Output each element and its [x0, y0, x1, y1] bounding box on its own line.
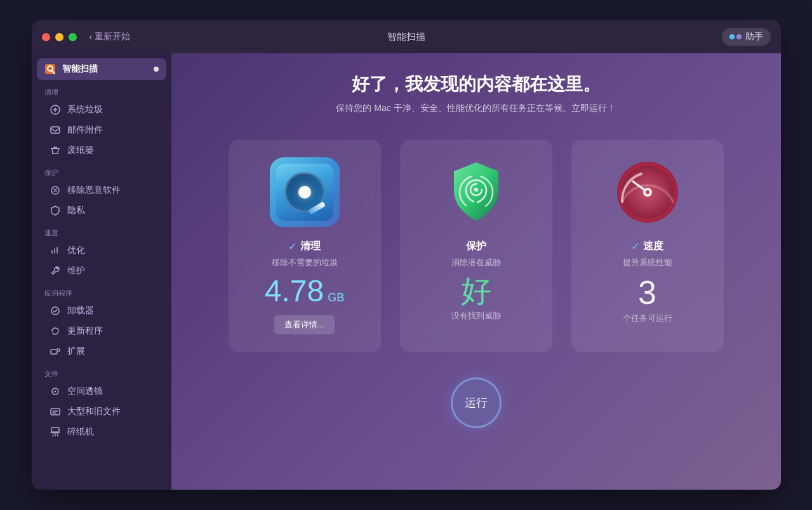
sidebar: 智能扫描 清理 系统垃圾: [32, 53, 171, 490]
sidebar-label: 优化: [67, 245, 85, 256]
protect-subtitle: 消除潜在威胁: [451, 257, 501, 268]
back-button[interactable]: ‹ 重新开始: [90, 31, 131, 43]
trash-icon: [50, 104, 61, 115]
sidebar-label: 更新程序: [67, 325, 103, 337]
sidebar-label: 隐私: [67, 205, 85, 216]
run-label: 运行: [465, 395, 488, 410]
card-clean: ✓ 清理 移除不需要的垃圾 4.78 GB 查看详情...: [229, 140, 381, 352]
sidebar-item-updater[interactable]: 更新程序: [37, 321, 166, 341]
card-protect: 保护 消除潜在威胁 好 没有找到威胁: [400, 140, 552, 352]
minimize-button[interactable]: [55, 33, 63, 41]
protect-value: 好: [461, 276, 491, 306]
clean-title-row: ✓ 清理: [288, 240, 321, 253]
titlebar: ‹ 重新开始 智能扫描 助手: [32, 20, 781, 53]
sidebar-item-malware[interactable]: 移除恶意软件: [37, 180, 166, 200]
sidebar-label: 系统垃圾: [67, 104, 103, 115]
clean-detail-button[interactable]: 查看详情...: [274, 315, 335, 334]
privacy-icon: [50, 205, 61, 216]
dot-blue: [729, 34, 735, 39]
svg-line-18: [53, 433, 53, 436]
sidebar-item-mail-attachments[interactable]: 邮件附件: [37, 120, 166, 140]
sidebar-item-privacy[interactable]: 隐私: [37, 200, 166, 221]
sidebar-label: 扩展: [67, 346, 85, 357]
sidebar-item-maintenance[interactable]: 维护: [37, 261, 166, 281]
sidebar-active-label: 智能扫描: [62, 63, 98, 75]
disk-inner: [298, 186, 311, 199]
clean-subtitle: 移除不需要的垃圾: [272, 257, 338, 268]
active-indicator: [154, 67, 159, 72]
sidebar-label: 卸载器: [67, 305, 94, 317]
disk-icon: [276, 164, 333, 221]
assistant-label: 助手: [745, 31, 763, 43]
content-area: 智能扫描 清理 系统垃圾: [32, 53, 781, 490]
speed-check-icon: ✓: [631, 240, 639, 252]
sidebar-label: 碎纸机: [67, 426, 94, 438]
optimize-icon: [50, 245, 61, 256]
update-icon: [50, 325, 61, 337]
clean-check-icon: ✓: [288, 240, 296, 252]
sidebar-item-space-lens[interactable]: 空间透镜: [37, 381, 166, 402]
speed-icon-wrap: [613, 157, 682, 227]
sidebar-item-smart-scan[interactable]: 智能扫描: [37, 58, 166, 80]
gauge-svg: [613, 157, 682, 227]
svg-point-22: [474, 188, 478, 192]
main-heading: 好了，我发现的内容都在这里。: [352, 72, 601, 96]
svg-point-13: [54, 391, 56, 393]
malware-icon: [50, 185, 61, 196]
sidebar-item-uninstaller[interactable]: 卸载器: [37, 301, 166, 321]
sidebar-item-system-junk[interactable]: 系统垃圾: [37, 100, 166, 120]
bin-icon: [50, 145, 61, 156]
clean-title: 清理: [300, 240, 321, 253]
shredder-icon: [50, 426, 61, 438]
section-label-speed: 速度: [32, 221, 171, 240]
section-label-files: 文件: [32, 362, 171, 381]
svg-rect-17: [51, 428, 59, 432]
sidebar-label: 移除恶意软件: [67, 185, 121, 196]
protect-title: 保护: [466, 240, 486, 253]
speed-desc: 个任务可运行: [623, 313, 672, 324]
svg-point-27: [646, 190, 649, 194]
sidebar-item-large-files[interactable]: 大型和旧文件: [37, 402, 166, 422]
largefiles-icon: [50, 406, 61, 417]
protect-desc: 没有找到威胁: [451, 310, 501, 322]
spacelens-icon: [50, 386, 61, 397]
sidebar-item-trash[interactable]: 废纸篓: [37, 140, 166, 160]
extensions-icon: [50, 346, 61, 357]
uninstall-icon: [50, 305, 61, 317]
assistant-button[interactable]: 助手: [722, 28, 771, 46]
svg-rect-14: [51, 409, 60, 415]
speed-title-row: ✓ 速度: [631, 240, 663, 253]
protect-icon-wrap: [441, 157, 511, 227]
speed-subtitle: 提升系统性能: [623, 257, 672, 268]
sidebar-item-shredder[interactable]: 碎纸机: [37, 422, 166, 442]
maximize-button[interactable]: [69, 33, 77, 41]
mail-icon: [50, 124, 61, 136]
speed-title: 速度: [643, 240, 663, 253]
speed-value: 3: [638, 276, 656, 309]
traffic-lights: [42, 33, 77, 41]
cards-row: ✓ 清理 移除不需要的垃圾 4.78 GB 查看详情...: [229, 140, 724, 352]
card-speed: ✓ 速度 提升系统性能 3 个任务可运行: [571, 140, 724, 352]
chevron-left-icon: ‹: [90, 32, 93, 42]
section-label-protect: 保护: [32, 160, 171, 180]
assistant-dots: [729, 34, 742, 39]
sidebar-label: 邮件附件: [67, 124, 103, 136]
protect-title-row: 保护: [466, 240, 486, 253]
clean-unit: GB: [328, 291, 344, 304]
run-button[interactable]: 运行: [451, 377, 502, 428]
sidebar-item-extensions[interactable]: 扩展: [37, 341, 166, 362]
svg-line-20: [57, 433, 58, 436]
close-button[interactable]: [42, 33, 50, 41]
dot-purple: [736, 34, 742, 39]
section-label-apps: 应用程序: [32, 281, 171, 301]
sidebar-label: 维护: [67, 265, 85, 277]
svg-rect-4: [51, 127, 60, 133]
scan-icon: [44, 63, 56, 75]
sidebar-item-optimize[interactable]: 优化: [37, 240, 166, 261]
svg-rect-11: [51, 350, 57, 354]
clean-icon-wrap: [270, 157, 340, 227]
maintenance-icon: [50, 265, 61, 277]
shield-svg: [441, 157, 511, 227]
section-label-clean: 清理: [32, 80, 171, 100]
back-label: 重新开始: [95, 31, 130, 43]
